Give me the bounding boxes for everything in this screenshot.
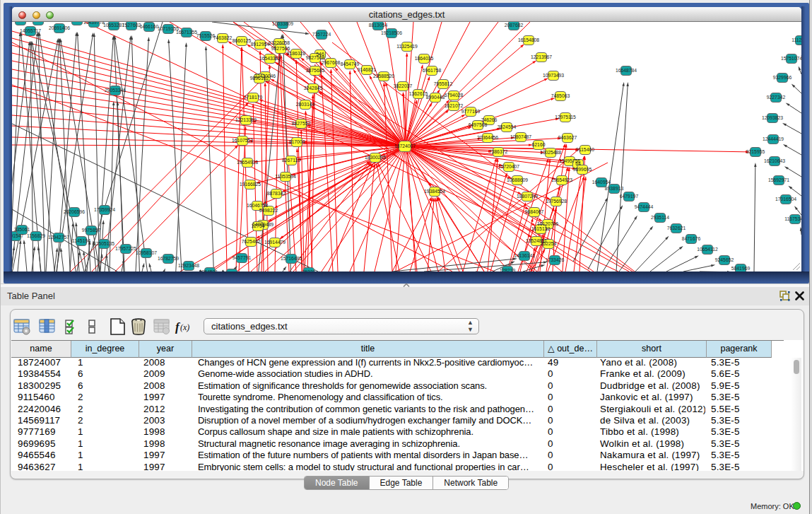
svg-text:9146821: 9146821	[358, 67, 377, 72]
svg-text:9896162: 9896162	[250, 76, 269, 81]
svg-text:3822037: 3822037	[394, 83, 413, 88]
svg-text:8878342: 8878342	[267, 191, 286, 196]
svg-text:7515526: 7515526	[196, 33, 216, 38]
svg-text:7463822: 7463822	[213, 35, 233, 40]
svg-text:5841969: 5841969	[731, 266, 751, 271]
svg-text:12923448: 12923448	[178, 263, 199, 268]
svg-text:3875685: 3875685	[306, 68, 325, 73]
svg-text:6961758: 6961758	[423, 68, 442, 73]
svg-text:16782759: 16782759	[158, 256, 179, 261]
svg-text:6497568: 6497568	[469, 122, 488, 127]
svg-text:12444419: 12444419	[763, 136, 784, 141]
svg-text:16120746: 16120746	[537, 221, 558, 226]
svg-text:15720407: 15720407	[498, 164, 519, 169]
svg-text:13226058: 13226058	[269, 40, 290, 45]
svg-text:10025488: 10025488	[540, 150, 561, 155]
svg-text:19218506: 19218506	[381, 30, 402, 35]
svg-text:9115460: 9115460	[576, 147, 594, 152]
svg-text:19654923: 19654923	[551, 177, 572, 182]
svg-text:2935114: 2935114	[651, 215, 669, 220]
svg-text:2087682: 2087682	[505, 23, 524, 28]
svg-text:12754: 12754	[252, 223, 265, 228]
svg-text:(x): (x)	[180, 322, 189, 332]
svg-text:9899695: 9899695	[573, 167, 592, 172]
svg-text:11675349: 11675349	[784, 216, 801, 221]
svg-text:1145194: 1145194	[72, 238, 90, 243]
svg-text:9329966: 9329966	[773, 75, 792, 80]
svg-text:8938913: 8938913	[605, 186, 624, 191]
svg-text:6479197: 6479197	[620, 194, 639, 199]
svg-text:817004: 817004	[289, 139, 305, 144]
svg-text:8454749: 8454749	[341, 62, 360, 66]
svg-text:9827506: 9827506	[271, 46, 290, 51]
svg-text:5498222: 5498222	[259, 208, 278, 213]
svg-text:17016504: 17016504	[775, 197, 796, 201]
svg-text:1156829: 1156829	[27, 233, 45, 238]
svg-text:2967608: 2967608	[322, 60, 341, 65]
svg-text:9777169: 9777169	[461, 109, 481, 114]
svg-text:964501: 964501	[202, 269, 218, 271]
svg-text:64: 64	[575, 161, 581, 166]
svg-text:1362615: 1362615	[409, 91, 428, 96]
svg-text:10654112: 10654112	[697, 247, 718, 252]
svg-text:76231: 76231	[302, 269, 316, 271]
svg-text:20364456: 20364456	[477, 135, 498, 140]
svg-text:8267110: 8267110	[282, 158, 300, 163]
svg-text:19654933: 19654933	[237, 160, 258, 165]
svg-text:10807487: 10807487	[510, 134, 531, 139]
svg-text:9463627: 9463627	[558, 135, 577, 140]
svg-text:10973493: 10973493	[543, 73, 564, 78]
svg-text:23588520: 23588520	[373, 74, 394, 78]
svg-text:335061: 335061	[14, 227, 30, 232]
svg-text:1640954: 1640954	[592, 180, 611, 185]
svg-text:16543382: 16543382	[259, 56, 281, 61]
svg-text:18807249: 18807249	[517, 194, 538, 199]
svg-text:16914479: 16914479	[264, 240, 286, 245]
svg-text:14055717: 14055717	[20, 28, 41, 33]
svg-text:8912954: 8912954	[251, 42, 270, 47]
svg-text:19384554: 19384554	[424, 189, 445, 194]
svg-text:15751074: 15751074	[781, 56, 801, 61]
svg-text:8186328: 8186328	[287, 51, 306, 56]
svg-text:17359924: 17359924	[94, 207, 115, 212]
svg-text:3824554: 3824554	[498, 124, 517, 129]
svg-text:12942757: 12942757	[48, 235, 69, 240]
svg-text:252254: 252254	[541, 241, 557, 246]
svg-text:12213389: 12213389	[235, 117, 257, 122]
svg-text:16154808: 16154808	[518, 37, 539, 42]
svg-text:8215955: 8215955	[746, 149, 765, 154]
svg-text:15716485: 15716485	[281, 256, 302, 261]
svg-text:1864035: 1864035	[415, 56, 434, 61]
svg-text:1621072: 1621072	[445, 103, 464, 108]
svg-text:7357224: 7357224	[312, 32, 331, 37]
svg-text:19756928: 19756928	[546, 199, 567, 204]
svg-text:1112453: 1112453	[792, 37, 801, 42]
svg-text:10958107: 10958107	[136, 250, 157, 255]
svg-text:1733426: 1733426	[546, 257, 565, 262]
svg-text:7485063: 7485063	[551, 93, 570, 98]
svg-text:2718170: 2718170	[244, 95, 263, 100]
svg-text:18300295: 18300295	[365, 155, 386, 160]
svg-text:16671355: 16671355	[176, 30, 197, 35]
svg-text:2803144: 2803144	[296, 102, 315, 107]
svg-text:8660125: 8660125	[233, 38, 252, 43]
svg-text:9227342: 9227342	[767, 95, 786, 100]
svg-text:128219: 128219	[500, 268, 516, 271]
svg-text:11325419: 11325419	[396, 44, 418, 49]
svg-text:29053346: 29053346	[105, 88, 126, 93]
svg-text:20206596: 20206596	[64, 209, 85, 214]
svg-text:12213967: 12213967	[531, 54, 552, 59]
svg-text:8990448: 8990448	[426, 95, 445, 100]
svg-text:19166825: 19166825	[240, 182, 261, 187]
svg-text:16033809: 16033809	[272, 22, 293, 26]
svg-text:9684067: 9684067	[525, 209, 544, 214]
svg-text:16648784: 16648784	[616, 68, 637, 73]
svg-text:17957225: 17957225	[115, 246, 136, 251]
svg-text:6466160: 6466160	[140, 24, 159, 29]
svg-text:1615132: 1615132	[531, 226, 551, 231]
svg-text:10688609: 10688609	[507, 177, 528, 182]
svg-text:20691406: 20691406	[49, 25, 70, 30]
svg-text:9457791: 9457791	[233, 255, 252, 260]
svg-text:62160: 62160	[532, 142, 546, 147]
svg-text:9474444: 9474444	[635, 204, 654, 209]
